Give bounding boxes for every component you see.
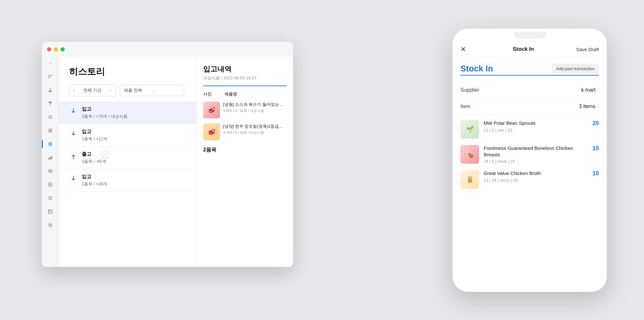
bean-sprouts-name: MW Polar Bean Sprouts [484, 120, 585, 126]
svg-rect-0 [48, 91, 52, 92]
sidebar-icon-transfer[interactable] [44, 111, 56, 123]
outbound-icon [69, 152, 78, 161]
phone-item-chicken-broth: 🥫 Great Value Chicken Broth 13 | 39 | st… [460, 170, 599, 189]
detail-section2-title: 2품목 [203, 147, 287, 153]
product-filter[interactable]: 제품 전체 ⌄ [120, 85, 184, 96]
detail-item-info: [냉동] 소스와 육수가 들어있는... 9,850 / 0 / 육류 / 대성… [223, 102, 283, 113]
product-filter-label: 제품 전체 [124, 87, 152, 93]
phone-tab-line [460, 75, 599, 76]
supplier-value: k mart › [581, 87, 599, 93]
svg-rect-13 [48, 210, 52, 214]
svg-rect-6 [50, 157, 51, 160]
sidebar-icon-history[interactable] [44, 138, 56, 150]
phone-header: ✕ Stock In Save Draft [453, 41, 607, 57]
desktop-window: ⌃ [42, 42, 293, 267]
chicken-breasts-qty: 15 [590, 145, 599, 152]
phone-notch-area [453, 29, 607, 41]
meat-image-icon: 🥩 [203, 102, 220, 118]
phone-header-title: Stock In [471, 46, 576, 52]
chicken-broth-qty: 10 [590, 170, 599, 177]
sidebar-icon-eye[interactable] [44, 165, 56, 177]
chicken-broth-img-icon: 🥫 [460, 170, 479, 189]
window-body: ⌃ [42, 57, 293, 267]
detail-item-name: [냉동] 소스와 육수가 들어있는... [223, 102, 283, 107]
phone-item-bean-sprouts: 🌱 MW Polar Bean Sprouts 12 | 0 | can | 2… [460, 120, 599, 139]
item-field-row[interactable]: Item 3 items › [460, 98, 599, 115]
phone-section-title: Stock In [460, 64, 493, 74]
maximize-traffic-light[interactable] [61, 47, 65, 51]
phone-body: Stock In Add past transaction Supplier k… [453, 57, 607, 288]
phone-item-chicken-breasts: 🍗 Freshness Guaranteed Boneless Chicken … [460, 145, 599, 164]
chicken-broth-info: Great Value Chicken Broth 13 | 39 | stoc… [484, 170, 585, 183]
bean-sprouts-img-icon: 🌱 [460, 120, 479, 139]
supplier-label: Supplier [460, 87, 479, 93]
detail-table-headers: 사진 제품명 [203, 91, 287, 97]
phone-notch [514, 32, 546, 39]
phone-items-list: 🌱 MW Polar Bean Sprouts 12 | 0 | can | 2… [460, 120, 599, 189]
chicken-breasts-name: Freshness Guaranteed Boneless Chicken Br… [484, 145, 585, 158]
date-filter[interactable]: ‹ 전체 기간 › [69, 84, 116, 96]
item-value: 3 items › [579, 104, 599, 109]
bean-sprouts-sub: 12 | 0 | can | 20 [484, 128, 585, 133]
svg-rect-11 [48, 198, 52, 198]
inbound-icon [69, 107, 78, 116]
sidebar-icon-menu[interactable] [44, 192, 56, 204]
main-scene: ⌃ [0, 0, 644, 320]
date-filter-prev[interactable]: ‹ [69, 85, 80, 96]
phone-save-draft-button[interactable]: Save Draft [576, 47, 599, 52]
svg-rect-1 [48, 102, 52, 102]
phone-close-button[interactable]: ✕ [460, 45, 471, 53]
detail-col-photo: 사진 [203, 91, 212, 97]
chicken-breasts-info: Freshness Guaranteed Boneless Chicken Br… [484, 145, 585, 164]
add-past-transaction-button[interactable]: Add past transaction [552, 64, 599, 74]
svg-rect-2 [48, 129, 52, 130]
item-chevron-icon: › [597, 104, 599, 109]
sidebar-icon-add[interactable] [44, 179, 56, 190]
detail-panel-subtitle: 대성식품 / 2022-06-03 18:27 [203, 75, 287, 81]
detail-item-sub: 9,850 / 0 / 육류 / 대성식품 [223, 108, 283, 113]
bean-sprouts-image: 🌱 [460, 120, 479, 139]
window-titlebar [42, 42, 293, 57]
sidebar-icon-sort[interactable] [44, 71, 56, 82]
sidebar: ⌃ [42, 57, 59, 267]
svg-point-14 [49, 224, 51, 226]
chicken-broth-name: Great Value Chicken Broth [484, 170, 585, 177]
supplier-field-row[interactable]: Supplier k mart › [460, 82, 599, 98]
close-traffic-light[interactable] [47, 47, 51, 51]
svg-point-8 [50, 170, 51, 172]
sidebar-icon-stockout[interactable] [44, 98, 56, 109]
detail-panel: 입고내역 대성식품 / 2022-06-03 18:27 사진 제품명 🥩 [냉… [196, 57, 293, 267]
chicken-breasts-image: 🍗 [460, 145, 479, 164]
mobile-phone: ✕ Stock In Save Draft Stock In Add past … [452, 28, 607, 292]
minimize-traffic-light[interactable] [54, 47, 58, 51]
sidebar-icon-settings[interactable] [44, 219, 56, 231]
detail-divider [203, 86, 287, 86]
item-label: Item [460, 104, 470, 109]
svg-rect-4 [48, 132, 52, 132]
bean-sprouts-qty: 20 [590, 120, 599, 127]
chicken-broth-image: 🥫 [460, 170, 479, 189]
svg-rect-7 [51, 156, 52, 160]
sidebar-expand-button[interactable]: › [102, 151, 109, 158]
detail-item-info: [냉장] 한우 장조림(정육)1등급... 4,780 / 0 / 육류 / 대… [223, 123, 282, 135]
svg-rect-3 [48, 130, 52, 131]
detail-item-name: [냉장] 한우 장조림(정육)1등급... [223, 123, 282, 129]
phone-section-header: Stock In Add past transaction [460, 64, 599, 74]
svg-rect-10 [48, 197, 52, 197]
svg-rect-12 [48, 199, 52, 200]
sidebar-icon-stockin[interactable] [44, 84, 56, 96]
inbound-icon [69, 174, 78, 183]
detail-col-name: 제품명 [224, 91, 237, 97]
supplier-value-text: k mart [581, 87, 595, 93]
sidebar-up-arrow[interactable]: ⌃ [46, 60, 55, 69]
date-filter-next[interactable]: › [105, 85, 116, 96]
chicken-breasts-img-icon: 🍗 [460, 145, 479, 164]
sidebar-icon-chart[interactable] [44, 152, 56, 163]
sidebar-icon-list[interactable] [44, 125, 56, 136]
sidebar-icon-table[interactable] [44, 206, 56, 217]
product-filter-chevron: ⌄ [152, 88, 180, 93]
bean-sprouts-info: MW Polar Bean Sprouts 12 | 0 | can | 20 [484, 120, 585, 133]
detail-item-image: 🥩 [203, 123, 220, 140]
chicken-breasts-sub: 24 | 0 | meat | 24 [484, 159, 585, 164]
inbound-icon [69, 129, 78, 138]
